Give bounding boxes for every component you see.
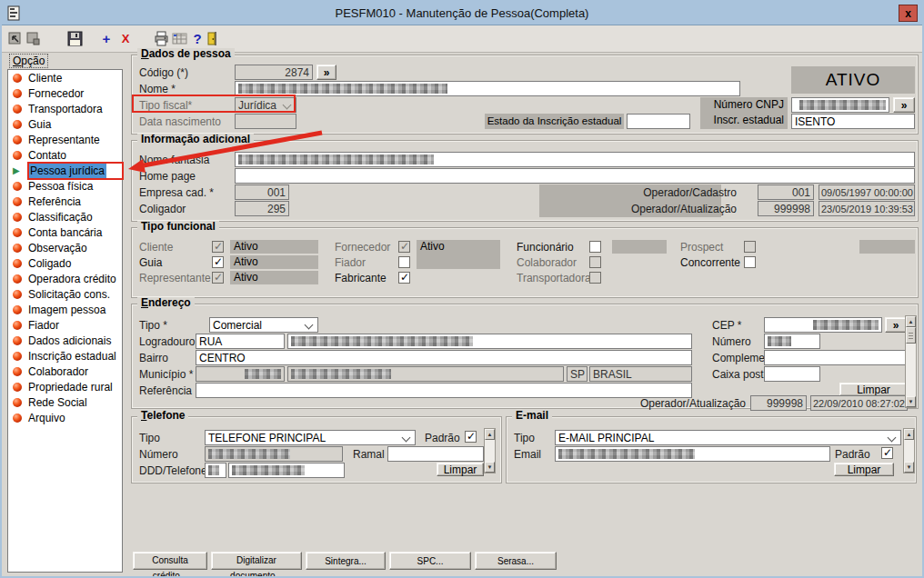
sidebar-item[interactable]: Inscrição estadual <box>8 348 122 364</box>
scroll-down-icon[interactable] <box>906 396 916 407</box>
group-title: Tipo funcional <box>137 221 219 233</box>
sidebar-item[interactable]: Colaborador <box>8 364 122 379</box>
checkbox[interactable] <box>398 241 410 253</box>
cep-lookup-button[interactable]: » <box>885 317 907 333</box>
checkbox[interactable] <box>212 241 224 253</box>
sidebar-item[interactable]: Referência <box>8 194 122 209</box>
cnpj-field[interactable] <box>791 97 889 113</box>
checkbox[interactable] <box>398 256 410 268</box>
sidebar-item[interactable]: Classificação <box>8 209 122 224</box>
limpar-email-button[interactable]: Limpar <box>834 463 894 476</box>
navigate-record-icon[interactable] <box>6 31 23 47</box>
telefone-scrollbar[interactable] <box>484 428 496 473</box>
group-telefone: Telefone Tipo TELEFONE PRINCIPAL Padrão … <box>131 416 502 483</box>
ddd-field[interactable] <box>205 463 226 478</box>
scroll-thumb[interactable] <box>906 327 916 344</box>
new-window-icon[interactable] <box>25 31 41 47</box>
sidebar-item[interactable]: Coligado <box>8 255 122 271</box>
sidebar-item[interactable]: Fiador <box>8 317 122 333</box>
bairro-field[interactable]: CENTRO <box>196 350 692 365</box>
limpar-telefone-button[interactable]: Limpar <box>437 463 484 476</box>
email-scrollbar[interactable] <box>903 428 915 473</box>
sidebar-item[interactable]: Pessoa jurídica <box>8 163 122 178</box>
sidebar-item-label: Referência <box>28 195 81 208</box>
checkbox[interactable] <box>589 256 601 268</box>
email-field[interactable] <box>555 446 830 462</box>
empresa-field[interactable]: 001 <box>235 184 289 200</box>
padrao-email-checkbox[interactable] <box>881 447 893 459</box>
codigo-lookup-button[interactable]: » <box>316 65 336 80</box>
digitalizar-documento-button[interactable]: Digitalizar documento... <box>211 552 302 570</box>
estado-ie-field[interactable] <box>627 114 690 129</box>
sidebar-item[interactable]: Observação <box>8 240 122 255</box>
home-page-field[interactable] <box>235 168 915 184</box>
checkbox[interactable] <box>212 256 224 268</box>
inscricao-estadual-field[interactable]: ISENTO <box>791 114 915 129</box>
spc-button[interactable]: SPC... <box>389 552 471 570</box>
cnpj-lookup-button[interactable]: » <box>893 97 915 113</box>
consulta-credito-button[interactable]: Consulta crédito... <box>133 552 207 570</box>
logradouro-field[interactable] <box>287 334 692 349</box>
sidebar-item[interactable]: Operadora crédito <box>8 271 122 286</box>
checkbox[interactable] <box>744 241 756 253</box>
nome-field[interactable] <box>235 81 740 96</box>
codigo-field[interactable]: 2874 <box>235 65 313 80</box>
sidebar-item[interactable]: Contato <box>8 147 122 163</box>
sintegra-button[interactable]: Sintegra... <box>306 552 386 570</box>
checkbox[interactable] <box>744 256 756 268</box>
print-icon[interactable] <box>153 31 169 47</box>
numero-telefone-label: Número <box>139 448 178 461</box>
scroll-up-icon[interactable] <box>485 429 495 440</box>
add-record-icon[interactable]: + <box>98 31 115 47</box>
coligador-field[interactable]: 295 <box>235 201 289 216</box>
window-title: PESFM010 - Manutenção de Pessoa(Completa… <box>2 6 922 20</box>
sidebar-item[interactable]: Solicitação cons. <box>8 286 122 302</box>
tipo-email-dropdown[interactable]: E-MAIL PRINCIPAL <box>555 430 901 445</box>
endereco-scrollbar[interactable] <box>905 315 917 408</box>
ramal-field[interactable] <box>387 446 484 462</box>
save-icon[interactable] <box>66 31 83 47</box>
checkbox[interactable] <box>212 272 224 284</box>
sidebar-item[interactable]: Cliente <box>8 70 122 85</box>
data-nascimento-field[interactable] <box>235 114 296 129</box>
sidebar-item[interactable]: Transportadora <box>8 101 122 116</box>
telefone-field[interactable] <box>228 463 345 478</box>
nome-fantasia-field[interactable] <box>235 152 915 167</box>
close-button[interactable]: x <box>899 5 918 22</box>
referencia-field[interactable] <box>196 383 692 398</box>
scroll-up-icon[interactable] <box>906 316 916 327</box>
sidebar-item[interactable]: Dados adicionais <box>8 333 122 348</box>
tipo-endereco-dropdown[interactable]: Comercial <box>209 317 318 333</box>
delete-record-icon[interactable]: X <box>117 31 134 47</box>
numero-endereco-field[interactable] <box>764 334 820 349</box>
checkbox[interactable] <box>398 272 410 284</box>
sidebar-item[interactable]: Rede Social <box>8 394 122 410</box>
tipo-telefone-dropdown[interactable]: TELEFONE PRINCIPAL <box>205 430 416 445</box>
sidebar-item[interactable]: Conta bancária <box>8 224 122 240</box>
grid-icon[interactable] <box>171 31 187 47</box>
sidebar-item[interactable]: Fornecedor <box>8 85 122 101</box>
sidebar-item[interactable]: Arquivo <box>8 410 122 425</box>
serasa-button[interactable]: Serasa... <box>475 552 557 570</box>
sidebar-item[interactable]: Imagem pessoa <box>8 302 122 317</box>
checkbox[interactable] <box>589 272 601 284</box>
group-email: E-mail Tipo E-MAIL PRINCIPAL Email Padrã… <box>506 416 917 483</box>
sidebar-item[interactable]: Guia <box>8 116 122 132</box>
cep-field[interactable] <box>764 317 882 333</box>
complemento-field[interactable] <box>764 350 907 365</box>
logradouro-tipo-field[interactable]: RUA <box>196 334 285 349</box>
scroll-down-icon[interactable] <box>904 462 914 473</box>
checkbox-label: Concorrente <box>680 256 744 269</box>
checkbox[interactable] <box>589 241 601 253</box>
sidebar-item[interactable]: Propriedade rural <box>8 379 122 394</box>
sidebar-item[interactable]: Pessoa física <box>8 178 122 194</box>
exit-icon[interactable] <box>204 31 220 47</box>
sidebar-list[interactable]: ClienteFornecedorTransportadoraGuiaRepre… <box>7 69 123 573</box>
padrao-telefone-checkbox[interactable] <box>465 431 477 443</box>
limpar-endereco-button[interactable]: Limpar <box>839 383 908 396</box>
sidebar-item[interactable]: Representante <box>8 132 122 147</box>
scroll-down-icon[interactable] <box>485 462 495 473</box>
tipo-fiscal-dropdown[interactable]: Jurídica <box>235 97 296 113</box>
caixa-postal-field[interactable] <box>764 366 820 382</box>
scroll-up-icon[interactable] <box>904 429 914 440</box>
